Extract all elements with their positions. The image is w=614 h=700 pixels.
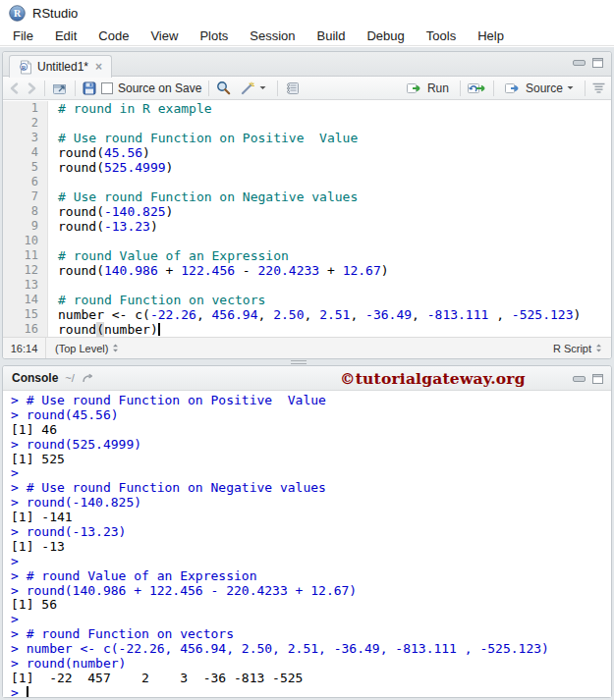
console-input-line: > round(140.986 + 122.456 - 220.4233 + 1…	[11, 584, 611, 599]
code-text: # round in R example	[48, 101, 212, 116]
tab-untitled1[interactable]: R Untitled1* ×	[9, 55, 112, 78]
menu-item-plots[interactable]: Plots	[189, 27, 239, 45]
document-outline-icon[interactable]	[592, 82, 605, 93]
line-number: 9	[3, 219, 48, 234]
rerun-icon[interactable]	[468, 82, 486, 94]
sort-arrows-icon	[112, 344, 119, 352]
menu-item-file[interactable]: File	[2, 27, 44, 45]
code-editor[interactable]: 1# round in R example23# Use round Funct…	[3, 101, 611, 338]
code-line[interactable]: 1# round in R example	[3, 101, 611, 116]
scope-selector[interactable]: (Top Level)	[46, 343, 119, 354]
run-label: Run	[427, 81, 449, 95]
search-icon[interactable]	[216, 81, 231, 95]
console-input-line: > # round Function on vectors	[11, 627, 611, 642]
console-input-line: > # round Value of an Expression	[11, 569, 611, 584]
forward-icon[interactable]	[26, 82, 37, 94]
line-number: 8	[3, 204, 48, 219]
rstudio-logo-icon: R	[9, 5, 26, 22]
line-number: 16	[3, 322, 48, 337]
code-line[interactable]: 7# Use round Function on Negative values	[3, 189, 611, 204]
tab-label: Untitled1*	[37, 60, 88, 74]
code-text: # Use round Function on Negative values	[48, 189, 358, 204]
menu-item-debug[interactable]: Debug	[356, 27, 415, 45]
line-number: 7	[3, 189, 48, 204]
back-icon[interactable]	[9, 82, 21, 94]
splitter-handle-icon	[291, 360, 307, 364]
code-line[interactable]: 10	[3, 234, 611, 248]
code-text: round(525.4999)	[48, 160, 173, 175]
save-icon[interactable]	[83, 81, 96, 95]
code-text: round(-13.23)	[48, 219, 158, 234]
minimize-pane-icon[interactable]	[573, 374, 586, 384]
menu-item-build[interactable]: Build	[307, 27, 357, 45]
source-on-save-label: Source on Save	[118, 81, 201, 95]
menu-item-edit[interactable]: Edit	[44, 27, 87, 45]
console-prompt[interactable]: >	[11, 686, 611, 697]
minimize-pane-icon[interactable]	[573, 58, 586, 68]
code-text	[48, 234, 58, 248]
code-line[interactable]: 16round(number)	[3, 322, 611, 337]
code-line[interactable]: 14# round Function on vectors	[3, 293, 611, 307]
console-output[interactable]: > # Use round Function on Positive Value…	[3, 391, 611, 697]
line-number: 15	[3, 307, 48, 322]
tab-close-icon[interactable]: ×	[95, 60, 102, 74]
code-text: # Use round Function on Positive Value	[48, 131, 358, 145]
line-number: 4	[3, 145, 48, 160]
code-text: round(140.986 + 122.456 - 220.4233 + 12.…	[48, 263, 389, 278]
line-number: 5	[3, 160, 48, 175]
code-text: round(45.56)	[48, 145, 150, 160]
console-output-line: [1] -141	[11, 511, 611, 525]
menu-item-view[interactable]: View	[140, 27, 189, 45]
chevron-down-icon	[567, 85, 574, 90]
cursor-position: 16:14	[3, 338, 46, 358]
line-number: 13	[3, 278, 48, 293]
code-line[interactable]: 12round(140.986 + 122.456 - 220.4233 + 1…	[3, 263, 611, 278]
code-tools-button[interactable]	[236, 80, 270, 97]
code-line[interactable]: 15number <- c(-22.26, 456.94, 2.50, 2.51…	[3, 307, 611, 322]
console-title: Console	[12, 371, 58, 385]
code-line[interactable]: 3# Use round Function on Positive Value	[3, 131, 611, 145]
console-input-line: >	[11, 555, 611, 569]
svg-text:R: R	[14, 8, 22, 19]
line-number: 6	[3, 175, 48, 189]
window-titlebar: R RStudio	[0, 0, 614, 26]
code-line[interactable]: 11# round Value of an Expression	[3, 248, 611, 263]
source-tab-strip: R Untitled1* ×	[3, 52, 611, 77]
text-cursor	[158, 323, 160, 336]
console-output-line: [1] -13	[11, 540, 611, 555]
menu-item-help[interactable]: Help	[467, 27, 515, 45]
menu-item-code[interactable]: Code	[87, 27, 140, 45]
maximize-pane-icon[interactable]	[592, 58, 603, 68]
line-number: 2	[3, 116, 48, 131]
console-input-line: > round(45.56)	[11, 408, 611, 423]
code-line[interactable]: 8round(-140.825)	[3, 204, 611, 219]
open-in-new-window-icon[interactable]	[52, 81, 68, 95]
maximize-pane-icon[interactable]	[592, 374, 603, 384]
code-line[interactable]: 6	[3, 175, 611, 189]
r-file-icon: R	[19, 60, 32, 75]
code-line[interactable]: 13	[3, 278, 611, 293]
code-text: # round Value of an Expression	[48, 248, 289, 263]
window-title: RStudio	[32, 6, 78, 21]
code-line[interactable]: 5round(525.4999)	[3, 160, 611, 175]
console-input-line: >	[11, 613, 611, 627]
line-number: 14	[3, 293, 48, 307]
code-line[interactable]: 4round(45.56)	[3, 145, 611, 160]
console-output-line: [1] 56	[11, 598, 611, 613]
compile-notebook-icon[interactable]	[285, 81, 300, 95]
menu-item-session[interactable]: Session	[239, 27, 306, 45]
run-button[interactable]: Run	[403, 80, 453, 97]
source-button[interactable]: Source	[501, 80, 578, 97]
run-icon	[407, 82, 423, 94]
source-on-save-checkbox[interactable]	[101, 82, 113, 94]
code-line[interactable]: 2	[3, 116, 611, 131]
working-directory: ~/	[65, 372, 74, 384]
code-text	[48, 116, 58, 131]
file-type-selector[interactable]: R Script	[553, 343, 611, 354]
console-output-line: [1] 46	[11, 423, 611, 438]
goto-directory-icon[interactable]	[82, 373, 95, 383]
code-line[interactable]: 9round(-13.23)	[3, 219, 611, 234]
chevron-down-icon	[259, 85, 266, 90]
menu-item-tools[interactable]: Tools	[416, 27, 467, 45]
line-number: 10	[3, 234, 48, 248]
